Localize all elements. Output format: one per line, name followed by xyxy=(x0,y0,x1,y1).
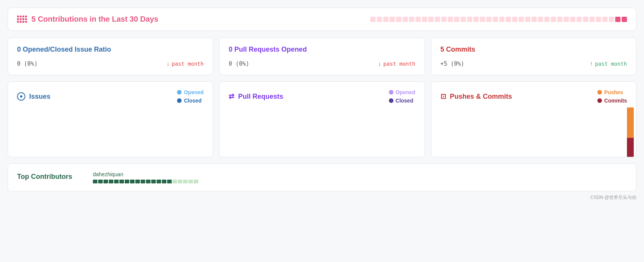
contrib-small-cell xyxy=(194,180,198,183)
contrib-bar-cell xyxy=(435,17,440,22)
contrib-small-cell xyxy=(98,180,103,183)
contrib-bar-cell xyxy=(525,17,530,22)
arrow-down-prs: ↓ xyxy=(378,60,381,67)
legend-item-opened-prs: Opened xyxy=(389,89,415,95)
contrib-small-cell xyxy=(109,180,113,183)
contrib-small-cell xyxy=(119,180,124,183)
legend-label-closed-prs: Closed xyxy=(396,98,414,104)
legend-dot-closed-prs xyxy=(389,98,393,103)
watermark: CSDN @世界尽头与你 xyxy=(8,194,636,201)
contributions-title: 5 Contributions in the Last 30 Days xyxy=(17,15,158,24)
contrib-bar-cell xyxy=(519,17,524,22)
legend-item-opened-issues: Opened xyxy=(177,89,204,95)
contrib-bar-cell xyxy=(602,17,608,22)
legend-item-closed-prs: Closed xyxy=(389,98,415,104)
contrib-bar-cell xyxy=(415,17,421,22)
contrib-bar-cell xyxy=(454,17,459,22)
legend-label-closed-issues: Closed xyxy=(184,98,202,104)
prs-chart-header: ⇄ Pull Requests Opened Closed xyxy=(229,89,415,104)
stat-value-issues: 0 (0%) xyxy=(17,60,38,67)
contrib-bar-cell xyxy=(473,17,479,22)
stat-body-issues: 0 (0%) ↓ past month xyxy=(17,60,204,67)
stat-body-commits: +5 (0%) ↑ past month xyxy=(440,60,627,67)
prs-icon: ⇄ xyxy=(229,92,234,101)
contrib-small-cell xyxy=(103,180,108,183)
stat-title-prs: 0 Pull Requests Opened xyxy=(229,46,415,54)
stat-card-prs: 0 Pull Requests Opened 0 (0%) ↓ past mon… xyxy=(219,38,425,75)
period-label-commits: past month xyxy=(595,61,627,67)
stat-period-issues: ↓ past month xyxy=(166,60,204,67)
contrib-bar-cell xyxy=(615,17,620,22)
contrib-bar-cell xyxy=(564,17,569,22)
legend-label-opened-issues: Opened xyxy=(184,89,204,95)
stat-value-commits: +5 (0%) xyxy=(440,60,464,67)
legend-dot-opened-issues xyxy=(177,90,182,95)
contrib-bar-cell xyxy=(544,17,550,22)
contrib-bar-cell xyxy=(370,17,376,22)
contrib-small-cell xyxy=(125,180,129,183)
contrib-bar-cell xyxy=(480,17,485,22)
contrib-bar-cell xyxy=(390,17,395,22)
contribution-bar-track xyxy=(370,17,627,22)
legend-label-pushes: Pushes xyxy=(604,89,623,95)
contrib-small-cell xyxy=(172,180,177,183)
stat-value-prs: 0 (0%) xyxy=(229,60,249,67)
contrib-bar-cell xyxy=(506,17,511,22)
contributors-card: Top Contributors dahezhiquan xyxy=(8,163,636,191)
contrib-bar-cell xyxy=(448,17,453,22)
pushes-chart-title: ⊡ Pushes & Commits xyxy=(440,92,512,101)
contributor-entry: dahezhiquan xyxy=(93,171,198,183)
contributions-card: 5 Contributions in the Last 30 Days xyxy=(8,8,636,31)
contrib-bar-cell xyxy=(467,17,472,22)
contrib-bar-cell xyxy=(577,17,582,22)
contrib-bar-cell xyxy=(396,17,401,22)
legend-dot-commits xyxy=(597,98,602,103)
contrib-bar-cell xyxy=(441,17,447,22)
contrib-bar-cell xyxy=(551,17,556,22)
issues-chart-header: Issues Opened Closed xyxy=(17,89,204,104)
contrib-small-cell xyxy=(167,180,172,183)
contributors-title: Top Contributors xyxy=(17,171,78,181)
contrib-bar-cell xyxy=(383,17,389,22)
contrib-bar-cell xyxy=(512,17,517,22)
issues-icon xyxy=(17,92,25,101)
contrib-bar-cell xyxy=(377,17,382,22)
contributions-label: 5 Contributions in the Last 30 Days xyxy=(31,15,158,24)
commits-bar xyxy=(627,138,634,157)
contrib-bar-cell xyxy=(493,17,498,22)
issues-chart-card: Issues Opened Closed xyxy=(8,81,213,157)
legend-item-pushes: Pushes xyxy=(597,89,627,95)
prs-chart-card: ⇄ Pull Requests Opened Closed xyxy=(219,81,425,157)
legend-dot-closed-issues xyxy=(177,98,182,103)
pushes-bar xyxy=(627,107,634,138)
contributor-name: dahezhiquan xyxy=(93,171,198,177)
contrib-small-cell xyxy=(162,180,166,183)
contrib-bar-cell xyxy=(609,17,614,22)
contrib-bar-cell xyxy=(570,17,575,22)
contrib-small-cell xyxy=(114,180,119,183)
contrib-bar-cell xyxy=(486,17,492,22)
period-label-issues: past month xyxy=(172,61,204,67)
contrib-bar-cell xyxy=(428,17,434,22)
contrib-bar-cell xyxy=(557,17,563,22)
contrib-bar-cell xyxy=(422,17,427,22)
pushes-chart-header: ⊡ Pushes & Commits Pushes Commits xyxy=(440,89,627,104)
issues-chart-legend: Opened Closed xyxy=(177,89,204,104)
charts-row: Issues Opened Closed ⇄ xyxy=(8,81,636,157)
stat-period-prs: ↓ past month xyxy=(378,60,415,67)
contributions-icon xyxy=(17,16,27,23)
stat-period-commits: ↑ past month xyxy=(590,60,627,67)
contrib-bar-cell xyxy=(583,17,588,22)
issues-chart-title: Issues xyxy=(17,92,50,101)
pushes-chart-legend: Pushes Commits xyxy=(597,89,627,104)
stat-title-commits: 5 Commits xyxy=(440,46,627,54)
contrib-bar-cell xyxy=(403,17,408,22)
contrib-small-cell xyxy=(135,180,140,183)
contrib-bar-cell xyxy=(409,17,414,22)
pushes-chart-card: ⊡ Pushes & Commits Pushes Commits xyxy=(431,81,636,157)
arrow-up-commits: ↑ xyxy=(590,60,593,67)
contrib-bar-cell xyxy=(499,17,505,22)
legend-label-commits: Commits xyxy=(604,98,627,104)
contrib-small-cell xyxy=(130,180,135,183)
legend-label-opened-prs: Opened xyxy=(396,89,415,95)
